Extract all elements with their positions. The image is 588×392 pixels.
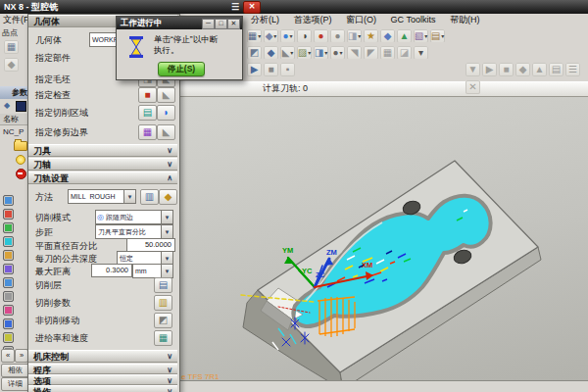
resource-bar-icon[interactable] bbox=[3, 195, 14, 206]
stop-tool-icon[interactable]: ■ bbox=[264, 63, 278, 76]
snap-point-label[interactable]: 品点 bbox=[2, 27, 18, 38]
select-trim-boundary-button[interactable]: ▦ bbox=[138, 124, 157, 140]
list-output-icon[interactable]: ☰ bbox=[565, 63, 580, 76]
non-cutting-moves-button[interactable]: ◩ bbox=[154, 313, 172, 328]
shop-doc-icon[interactable]: ▤ bbox=[549, 63, 564, 76]
section-header-program[interactable]: 程序 ∨ bbox=[28, 364, 177, 374]
minimize-button[interactable]: ─ bbox=[202, 19, 215, 29]
display-check-button[interactable]: ◣ bbox=[157, 87, 175, 103]
lightbulb-icon[interactable] bbox=[16, 155, 25, 165]
section-header-options[interactable]: 选项 ∨ bbox=[28, 374, 177, 385]
section-header-machine-control[interactable]: 机床控制 ∨ bbox=[28, 350, 177, 363]
details-button[interactable]: 详细 bbox=[1, 377, 29, 391]
section-header-path-settings[interactable]: 刀轨设置 ∧ bbox=[28, 172, 177, 184]
viewport-3d[interactable]: YM YC ZM ZC XM bbox=[179, 95, 588, 380]
axis-label-yc: YC bbox=[302, 267, 313, 275]
close-button[interactable]: ✕ bbox=[243, 1, 261, 14]
snap-grid-icon[interactable]: ▦ bbox=[4, 40, 19, 54]
layer-settings-icon[interactable]: ▤▾ bbox=[430, 29, 445, 43]
max-distance-unit-dropdown[interactable]: mm ▼ bbox=[132, 264, 173, 278]
mcs-icon[interactable]: ●▾ bbox=[330, 46, 345, 60]
window-split-icon[interactable]: ◨▾ bbox=[347, 29, 362, 43]
material-red-icon[interactable]: ● bbox=[314, 29, 328, 43]
menu-analysis[interactable]: 分析(L) bbox=[245, 14, 285, 25]
pause-tool-icon[interactable]: ▪ bbox=[280, 63, 295, 76]
resource-bar-icon[interactable] bbox=[3, 236, 14, 247]
menu-preferences[interactable]: 首选项(P) bbox=[288, 14, 338, 25]
trim-tool-icon[interactable]: ◤ bbox=[364, 46, 378, 60]
verify-toolpath-icon[interactable]: ■ bbox=[499, 63, 514, 76]
axis-label-zc: ZC bbox=[316, 271, 324, 278]
create-tool-icon[interactable]: ◨▾ bbox=[314, 46, 328, 60]
navigator-panel-header[interactable]: 参数 bbox=[0, 86, 29, 99]
tree-item-nc-program[interactable]: NC_P bbox=[3, 127, 24, 136]
edit-method-button[interactable]: ▥ bbox=[140, 189, 159, 205]
mirror-tool-icon[interactable]: ◪ bbox=[397, 46, 412, 60]
edit-pencil-icon[interactable]: ◆ bbox=[4, 101, 10, 110]
stop-button[interactable]: 停止(S) bbox=[158, 62, 205, 76]
cut-levels-button[interactable]: ▤ bbox=[154, 277, 172, 293]
generate-toolpath-icon[interactable]: ▼ bbox=[466, 63, 480, 76]
hamburger-icon[interactable]: ☰ bbox=[231, 0, 239, 14]
cut-pattern-dropdown[interactable]: ◎ 跟随周边 ▼ bbox=[95, 210, 173, 224]
replay-toolpath-icon[interactable]: ▶ bbox=[482, 63, 497, 76]
resource-bar-icon[interactable] bbox=[3, 305, 14, 316]
play-tool-icon[interactable]: ▶ bbox=[247, 63, 262, 76]
resource-bar-icon[interactable] bbox=[3, 264, 14, 274]
snap-point-icon[interactable]: ◆ bbox=[264, 46, 278, 60]
move-object-icon[interactable]: ▧▾ bbox=[414, 29, 428, 43]
rendering-style-icon[interactable]: ◆▾ bbox=[264, 29, 278, 43]
resource-bar-icon[interactable] bbox=[3, 250, 14, 261]
resource-bar-icon[interactable] bbox=[3, 318, 14, 329]
edge-tool-icon[interactable]: ◥ bbox=[347, 46, 362, 60]
feeds-speeds-button[interactable]: ▦ bbox=[154, 330, 172, 346]
menu-gc-toolkits[interactable]: GC Toolkits bbox=[385, 14, 442, 25]
dialog-close-button[interactable]: ✕ bbox=[227, 19, 240, 29]
pattern-tool-icon[interactable]: ▦ bbox=[380, 46, 395, 60]
select-check-button[interactable]: ■ bbox=[138, 87, 157, 103]
nav-tool-icon[interactable]: ◆ bbox=[4, 58, 19, 72]
display-cut-area-button[interactable]: ◗ bbox=[157, 105, 175, 121]
section-header-actions[interactable]: 操作 ∨ bbox=[28, 385, 177, 392]
new-method-button[interactable]: ◆ bbox=[159, 189, 177, 205]
material-gray-icon[interactable]: ● bbox=[330, 29, 345, 43]
collapse-right-button[interactable]: » bbox=[15, 349, 28, 363]
cut-pattern-row: 切削模式 ◎ 跟随周边 ▼ bbox=[28, 210, 177, 225]
select-cut-area-button[interactable]: ▤ bbox=[138, 105, 157, 121]
section-header-tool-axis[interactable]: 刀轴 ∨ bbox=[28, 158, 177, 171]
resource-bar-icon[interactable] bbox=[3, 332, 14, 343]
dependencies-button[interactable]: 相依 bbox=[1, 364, 29, 377]
resource-bar-icon[interactable] bbox=[3, 291, 14, 302]
collapse-left-button[interactable]: « bbox=[1, 349, 15, 363]
create-geometry-icon[interactable]: ◣▾ bbox=[280, 46, 295, 60]
display-trim-boundary-button[interactable]: ◣ bbox=[157, 124, 175, 140]
resource-bar-icon[interactable] bbox=[3, 222, 14, 233]
resource-bar-icon[interactable] bbox=[3, 277, 14, 288]
flat-diameter-input[interactable]: 50.0000 bbox=[126, 238, 175, 252]
max-distance-input[interactable]: 0.3000 bbox=[91, 264, 132, 277]
more-commands-icon[interactable]: ▾ bbox=[414, 46, 428, 60]
no-entry-icon[interactable] bbox=[16, 169, 26, 179]
menu-window[interactable]: 窗口(O) bbox=[340, 14, 382, 25]
method-dropdown[interactable]: MILL_ROUGH ▼ bbox=[68, 189, 136, 204]
name-column-header[interactable]: 名称 bbox=[0, 114, 29, 125]
analysis-tool-icon[interactable]: ▲ bbox=[397, 29, 412, 43]
post-process-icon[interactable]: ◆ bbox=[515, 63, 530, 76]
delete-tool-icon[interactable]: ✕ bbox=[466, 80, 480, 94]
navy-tool-icon[interactable] bbox=[16, 101, 26, 112]
cutting-parameters-button[interactable]: ▥ bbox=[154, 295, 172, 311]
resource-bar-icon[interactable] bbox=[3, 209, 14, 220]
view-orient-icon[interactable]: ▦▾ bbox=[247, 29, 262, 43]
stepover-dropdown[interactable]: 刀具平直百分比 ▼ bbox=[95, 224, 173, 239]
contrast-icon[interactable]: ◑ bbox=[297, 29, 312, 43]
folder-icon[interactable] bbox=[14, 141, 27, 151]
measure-icon[interactable]: ◆ bbox=[380, 29, 395, 43]
snapshot-icon[interactable]: ★ bbox=[364, 29, 378, 43]
shaded-view-icon[interactable]: ●▾ bbox=[280, 29, 295, 43]
selection-filter-icon[interactable]: ◩ bbox=[247, 46, 262, 60]
create-operation-icon[interactable]: ▨▾ bbox=[297, 46, 312, 60]
menu-help[interactable]: 帮助(H) bbox=[444, 14, 486, 25]
maximize-button[interactable]: □ bbox=[215, 19, 227, 29]
section-header-tool[interactable]: 刀具 ∨ bbox=[28, 144, 177, 157]
flag-tool-icon[interactable]: ▲ bbox=[532, 63, 547, 76]
